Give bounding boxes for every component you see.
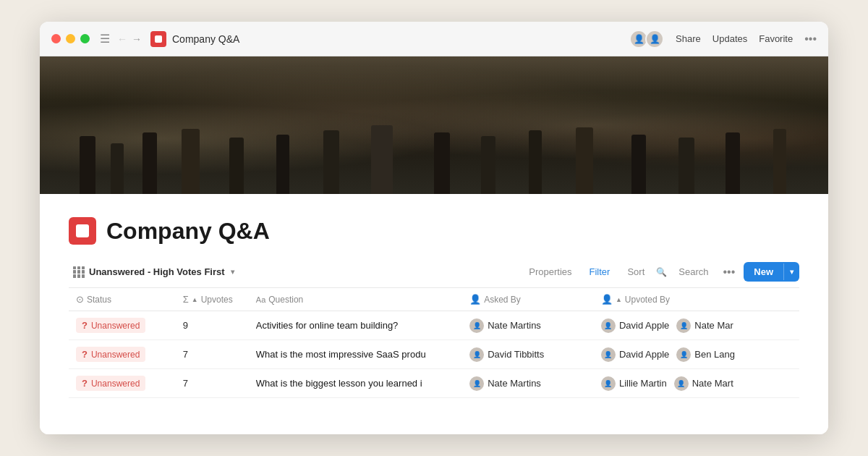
table-header-row: ⊙ Status Σ ▲ Upvotes xyxy=(69,288,799,311)
upvoted-by-person: 👤Ben Lang xyxy=(676,347,735,362)
upvoted-cell: 👤Lillie Martin👤Nate Mart xyxy=(601,376,792,391)
new-button-label: New xyxy=(744,262,783,282)
upvotes-count: 7 xyxy=(183,378,188,389)
traffic-lights xyxy=(51,34,90,43)
close-button[interactable] xyxy=(51,34,61,43)
table-row[interactable]: ?Unanswered7What is the most impressive … xyxy=(69,340,799,369)
sort-up-icon: ▲ xyxy=(192,296,198,303)
maximize-button[interactable] xyxy=(80,34,90,43)
person-avatar-upvoted: 👤 xyxy=(601,347,616,362)
titlebar-title: Company Q&A xyxy=(172,33,632,45)
person-avatar: 👤 xyxy=(469,318,484,333)
app-window: ☰ ← → Company Q&A 👤 👤 Share Updates Favo… xyxy=(40,22,828,434)
table-row[interactable]: ?Unanswered9Activities for online team b… xyxy=(69,311,799,340)
status-badge: ?Unanswered xyxy=(76,318,145,333)
person-avatar-upvoted: 👤 xyxy=(601,376,616,391)
upvoted-by-person: 👤Lillie Martin xyxy=(601,376,667,391)
cover-image xyxy=(40,56,828,194)
more-options-icon[interactable]: ••• xyxy=(804,33,817,46)
sort-up-icon-2: ▲ xyxy=(616,296,622,303)
col-header-question: Aa Question xyxy=(249,288,462,311)
new-button[interactable]: New ▾ xyxy=(744,262,799,282)
question-text: Activities for online team building? xyxy=(256,320,444,331)
forward-button[interactable]: → xyxy=(132,33,142,45)
upvoted-by-person: 👤Nate Mart xyxy=(674,376,733,391)
asked-by-person: 👤Nate Martins xyxy=(469,376,541,391)
favorite-button[interactable]: Favorite xyxy=(759,33,793,44)
person-avatar: 👤 xyxy=(469,347,484,362)
col-header-status: ⊙ Status xyxy=(69,288,176,311)
question-mark-icon: ? xyxy=(82,378,88,389)
upvotes-count: 9 xyxy=(183,320,188,331)
database-table: ⊙ Status Σ ▲ Upvotes xyxy=(69,288,799,434)
page-header: Company Q&A xyxy=(69,217,799,245)
person-avatar: 👤 xyxy=(469,376,484,391)
status-col-icon: ⊙ xyxy=(76,294,84,305)
new-button-chevron[interactable]: ▾ xyxy=(783,263,799,280)
person-avatar-upvoted: 👤 xyxy=(676,318,691,333)
cover-painting xyxy=(40,56,828,194)
titlebar: ☰ ← → Company Q&A 👤 👤 Share Updates Favo… xyxy=(40,22,828,56)
person-icon-2: 👤 xyxy=(601,294,613,305)
minimize-button[interactable] xyxy=(66,34,75,43)
page-title: Company Q&A xyxy=(106,218,270,245)
upvoted-by-person: 👤David Apple xyxy=(601,318,669,333)
share-button[interactable]: Share xyxy=(676,33,701,44)
main-content: Company Q&A Unanswered - High Votes Firs… xyxy=(40,194,828,434)
page-icon-small xyxy=(150,31,166,47)
search-button[interactable]: Search xyxy=(673,263,714,280)
person-avatar-upvoted: 👤 xyxy=(676,347,691,362)
titlebar-actions: 👤 👤 Share Updates Favorite ••• xyxy=(632,30,817,48)
page-icon-large xyxy=(69,217,96,245)
more-options-button[interactable]: ••• xyxy=(720,263,738,282)
nav-arrows: ← → xyxy=(117,33,142,45)
person-icon: 👤 xyxy=(469,294,481,305)
status-badge: ?Unanswered xyxy=(76,376,145,391)
col-header-upvotes: Σ ▲ Upvotes xyxy=(176,288,249,311)
col-header-asked-by: 👤 Asked By xyxy=(462,288,594,311)
search-icon: 🔍 xyxy=(656,267,667,277)
question-mark-icon: ? xyxy=(82,349,88,360)
collaborators: 👤 👤 xyxy=(632,30,664,48)
text-icon: Aa xyxy=(256,295,265,304)
status-badge: ?Unanswered xyxy=(76,347,145,362)
asked-by-person: 👤David Tibbitts xyxy=(469,347,544,362)
person-avatar-upvoted: 👤 xyxy=(601,318,616,333)
asked-by-person: 👤Nate Martins xyxy=(469,318,541,333)
upvoted-by-person: 👤David Apple xyxy=(601,347,669,362)
database-toolbar: Unanswered - High Votes First ▾ Properti… xyxy=(69,262,799,288)
upvoted-cell: 👤David Apple👤Ben Lang xyxy=(601,347,792,362)
upvoted-cell: 👤David Apple👤Nate Mar xyxy=(601,318,792,333)
view-selector[interactable]: Unanswered - High Votes First ▾ xyxy=(69,263,239,281)
col-header-upvoted-by: 👤 ▲ Upvoted By xyxy=(594,288,799,311)
sigma-icon: Σ xyxy=(183,294,189,305)
table-row[interactable]: ?Unanswered7What is the biggest lesson y… xyxy=(69,369,799,398)
avatar-2: 👤 xyxy=(645,30,664,48)
filter-button[interactable]: Filter xyxy=(584,263,616,280)
grid-view-icon xyxy=(73,266,85,278)
view-label: Unanswered - High Votes First xyxy=(89,266,225,277)
properties-button[interactable]: Properties xyxy=(523,263,577,280)
back-button[interactable]: ← xyxy=(117,33,127,45)
sort-button[interactable]: Sort xyxy=(621,263,650,280)
person-avatar-upvoted: 👤 xyxy=(674,376,689,391)
sidebar-toggle-icon[interactable]: ☰ xyxy=(100,32,110,46)
question-mark-icon: ? xyxy=(82,320,88,331)
upvoted-by-person: 👤Nate Mar xyxy=(676,318,733,333)
question-text: What is the biggest lesson you learned i xyxy=(256,378,444,389)
upvotes-count: 7 xyxy=(183,349,188,360)
question-text: What is the most impressive SaaS produ xyxy=(256,349,444,360)
chevron-down-icon: ▾ xyxy=(231,268,234,276)
updates-button[interactable]: Updates xyxy=(712,33,747,44)
